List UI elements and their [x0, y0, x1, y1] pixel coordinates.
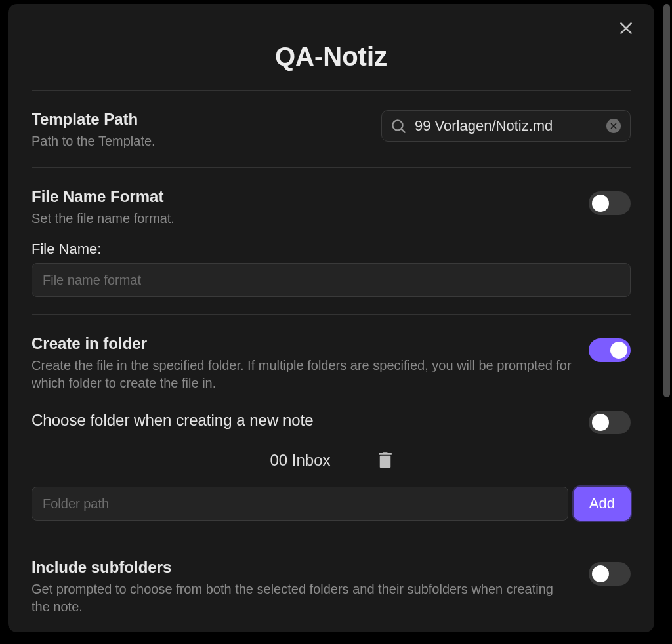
svg-rect-8	[383, 452, 387, 454]
file-name-format-toggle[interactable]	[589, 191, 631, 215]
svg-rect-6	[379, 456, 390, 468]
search-icon	[390, 117, 407, 134]
section-file-name-format: File Name Format Set the file name forma…	[32, 168, 631, 315]
create-in-folder-toggle[interactable]	[589, 338, 631, 362]
choose-folder-title: Choose folder when creating a new note	[32, 411, 314, 430]
choose-folder-row: Choose folder when creating a new note	[32, 407, 631, 434]
template-path-input[interactable]	[415, 117, 598, 134]
trash-icon[interactable]	[378, 452, 392, 469]
template-path-input-wrapper	[381, 110, 631, 142]
close-icon[interactable]	[618, 20, 635, 37]
file-name-format-title: File Name Format	[32, 188, 573, 206]
section-include-subfolders: Include subfolders Get prompted to choos…	[32, 538, 631, 632]
modal-title: QA-Notiz	[32, 42, 631, 71]
add-button[interactable]: Add	[574, 487, 631, 521]
folder-name-label: 00 Inbox	[270, 451, 330, 470]
create-in-folder-title: Create in folder	[32, 334, 573, 353]
create-in-folder-desc: Create the file in the specified folder.…	[32, 357, 573, 392]
include-subfolders-title: Include subfolders	[32, 558, 573, 576]
svg-line-3	[402, 129, 405, 132]
folder-path-input[interactable]	[32, 487, 568, 521]
section-template-path: Template Path Path to the Template.	[32, 91, 631, 168]
clear-icon[interactable]	[606, 119, 621, 133]
include-subfolders-toggle[interactable]	[589, 562, 631, 586]
template-path-desc: Path to the Template.	[32, 132, 366, 150]
settings-modal: QA-Notiz Template Path Path to the Templ…	[8, 4, 654, 632]
template-path-title: Template Path	[32, 110, 366, 129]
file-name-input[interactable]	[32, 263, 631, 297]
include-subfolders-desc: Get prompted to choose from both the sel…	[32, 580, 573, 616]
scrollbar-thumb[interactable]	[663, 4, 670, 397]
folder-input-row: Add	[32, 487, 631, 521]
folder-entry: 00 Inbox	[32, 451, 631, 470]
file-name-label: File Name:	[32, 241, 631, 258]
file-name-format-desc: Set the file name format.	[32, 210, 573, 228]
choose-folder-toggle[interactable]	[589, 411, 631, 434]
section-create-in-folder: Create in folder Create the file in the …	[32, 315, 631, 538]
